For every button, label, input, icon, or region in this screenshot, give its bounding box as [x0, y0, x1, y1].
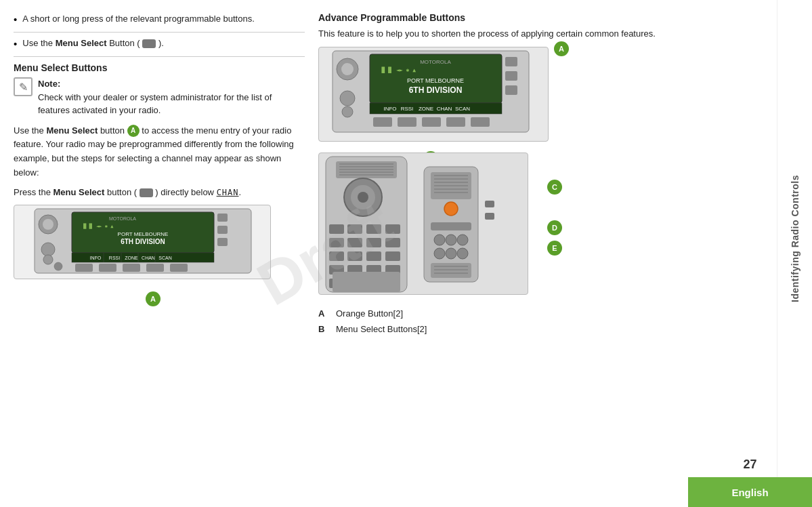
menu-select-bold-3: Menu Select	[54, 187, 105, 197]
advance-heading: Advance Programmable Buttons	[318, 12, 798, 23]
svg-rect-65	[329, 251, 344, 261]
note-title: Note:	[38, 79, 60, 89]
left-column: • A short or long press of the relevant …	[14, 12, 305, 500]
ref-text-a: Orange Button[2]	[336, 307, 403, 321]
svg-rect-83	[333, 272, 400, 292]
svg-text:CHAN: CHAN	[142, 256, 155, 260]
svg-point-33	[342, 106, 353, 117]
svg-point-97	[446, 248, 456, 259]
svg-text:MOTOROLA: MOTOROLA	[420, 59, 451, 65]
svg-text:PORT MELBOURNE: PORT MELBOURNE	[118, 231, 169, 237]
svg-rect-101	[485, 213, 494, 220]
svg-point-96	[457, 235, 468, 245]
note-content: Note: Check with your dealer or system a…	[38, 77, 305, 117]
svg-rect-46	[505, 71, 517, 81]
bullet-symbol-2: •	[14, 37, 17, 51]
svg-text:RSSI: RSSI	[401, 106, 414, 112]
label-c-circle: C	[547, 180, 562, 195]
radio-image-right-bottom	[318, 153, 528, 295]
svg-rect-69	[347, 238, 362, 247]
svg-rect-27	[170, 264, 188, 272]
radio-svg-left: MOTOROLA ▐▌▐▌ ◄► ✱ ▲ PORT MELBOURNE 6TH …	[14, 205, 271, 279]
svg-rect-78	[385, 224, 400, 234]
svg-rect-68	[347, 224, 362, 234]
reference-list: A Orange Button[2] B Menu Select Buttons…	[318, 307, 798, 336]
svg-text:ZONE: ZONE	[125, 256, 138, 260]
bullet-symbol-1: •	[14, 12, 17, 26]
bullet-text-1: A short or long press of the relevant pr…	[22, 12, 255, 26]
radio-svg-right-bottom	[319, 153, 528, 295]
right-column: Advance Programmable Buttons This featur…	[318, 12, 798, 500]
menu-select-buttons-heading: Menu Select Buttons	[14, 62, 305, 73]
para-1: Use the Menu Select button A to access t…	[14, 124, 305, 180]
svg-rect-73	[366, 224, 381, 234]
menu-select-bold-1: Menu Select	[56, 38, 107, 48]
svg-point-2	[43, 219, 54, 230]
svg-rect-75	[366, 251, 381, 261]
chan-text: CHAN	[217, 188, 239, 197]
svg-text:ZONE: ZONE	[419, 106, 433, 112]
svg-text:CHAN: CHAN	[437, 106, 452, 112]
svg-rect-79	[385, 238, 400, 247]
svg-rect-74	[366, 238, 381, 247]
svg-rect-47	[505, 85, 517, 95]
language-label: English	[731, 487, 768, 498]
svg-point-3	[41, 243, 55, 256]
para-2: Press the Menu Select button ( ) directl…	[14, 186, 305, 200]
svg-rect-70	[347, 251, 362, 261]
radio-image-left: MOTOROLA ▐▌▐▌ ◄► ✱ ▲ PORT MELBOURNE 6TH …	[14, 205, 271, 279]
svg-rect-63	[329, 224, 344, 234]
bullet-text-2: Use the Menu Select Button ( ).	[22, 37, 164, 50]
svg-rect-20	[217, 214, 228, 222]
svg-text:▐▌▐▌ ◄► ✱ ▲: ▐▌▐▌ ◄► ✱ ▲	[82, 223, 114, 229]
svg-text:▐▌▐▌ ◄► ✱ ▲: ▐▌▐▌ ◄► ✱ ▲	[380, 66, 416, 73]
advance-para: This feature is to help you to shorten t…	[318, 27, 798, 41]
svg-rect-23	[75, 264, 93, 272]
radio-image-right-bottom-container: C D E	[318, 153, 549, 302]
svg-rect-80	[385, 251, 400, 261]
svg-rect-24	[99, 264, 116, 272]
label-e-circle: E	[547, 241, 562, 256]
label-a-circle: A	[146, 291, 161, 306]
svg-point-62	[358, 192, 368, 203]
svg-text:SCAN: SCAN	[158, 256, 171, 260]
note-body: Check with your dealer or system adminis…	[38, 92, 272, 116]
menu-select-bold-2: Menu Select	[46, 125, 98, 136]
button-icon-1	[142, 39, 156, 48]
radio-svg-right-top: MOTOROLA ▐▌▐▌ ◄► ✱ ▲ PORT MELBOURNE 6TH …	[319, 47, 549, 142]
svg-rect-50	[422, 117, 441, 127]
radio-image-right-top-container: MOTOROLA ▐▌▐▌ ◄► ✱ ▲ PORT MELBOURNE 6TH …	[318, 47, 549, 142]
svg-rect-52	[471, 117, 490, 127]
svg-point-95	[446, 235, 456, 245]
radio-image-left-container: MOTOROLA ▐▌▐▌ ◄► ✱ ▲ PORT MELBOURNE 6TH …	[14, 205, 305, 279]
bottom-bar: English	[688, 477, 812, 507]
svg-text:INFO: INFO	[383, 106, 396, 112]
svg-rect-49	[398, 117, 416, 127]
bullet-item-1: • A short or long press of the relevant …	[14, 12, 305, 33]
page-number: 27	[688, 458, 812, 472]
svg-text:6TH DIVISION: 6TH DIVISION	[121, 238, 165, 245]
button-icon-2	[140, 188, 153, 197]
svg-text:INFO: INFO	[90, 256, 102, 260]
ref-letter-a: A	[318, 307, 329, 321]
svg-point-32	[340, 91, 355, 106]
svg-rect-26	[146, 264, 164, 272]
svg-point-98	[434, 248, 445, 259]
radio-image-right-top: MOTOROLA ▐▌▐▌ ◄► ✱ ▲ PORT MELBOURNE 6TH …	[318, 47, 549, 142]
svg-text:6TH DIVISION: 6TH DIVISION	[409, 85, 463, 95]
svg-rect-93	[431, 222, 471, 230]
svg-rect-45	[505, 57, 517, 66]
bullet-item-2: • Use the Menu Select Button ( ).	[14, 37, 305, 57]
svg-point-31	[341, 63, 354, 75]
note-box: ✎ Note: Check with your dealer or system…	[14, 77, 305, 117]
ref-item-a: A Orange Button[2]	[318, 307, 798, 321]
sidebar-title: Identifying Radio Controls	[790, 175, 800, 302]
label-d-circle: D	[547, 220, 562, 235]
svg-point-28	[54, 262, 62, 270]
label-a-circle-right: A	[554, 41, 569, 56]
svg-point-4	[43, 255, 53, 264]
svg-text:MOTOROLA: MOTOROLA	[109, 216, 136, 221]
svg-rect-51	[446, 117, 465, 127]
label-a-inline: A	[127, 125, 140, 137]
ref-item-b: B Menu Select Buttons[2]	[318, 323, 798, 336]
